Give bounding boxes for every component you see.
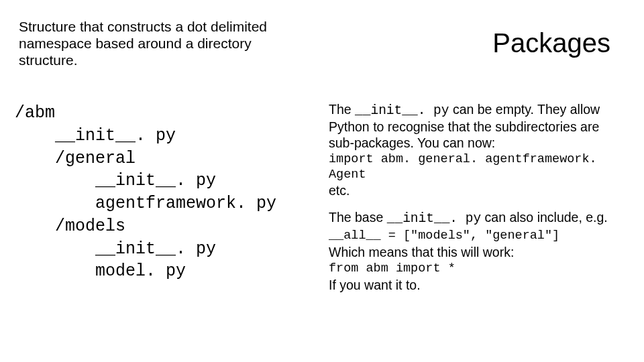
slide: Structure that constructs a dot delimite… <box>0 0 644 362</box>
paragraph-4: If you want it to. <box>329 278 624 294</box>
text: The base <box>329 210 387 225</box>
etc-text: etc. <box>329 183 624 199</box>
text: can also include, e.g. <box>481 210 608 225</box>
paragraph-2: The base __init__. py can also include, … <box>329 210 624 227</box>
subtitle: Structure that constructs a dot delimite… <box>19 19 314 68</box>
explanation-block: The __init__. py can be empty. They allo… <box>329 102 624 295</box>
directory-tree: /abm __init__. py /general __init__. py … <box>15 102 276 283</box>
code-inline: __init__. py <box>387 211 481 226</box>
paragraph-3: Which means that this will work: <box>329 245 624 261</box>
text: The <box>329 102 355 117</box>
slide-title: Packages <box>492 28 610 58</box>
paragraph-1: The __init__. py can be empty. They allo… <box>329 102 624 151</box>
code-all: __all__ = ["models", "general"] <box>329 229 624 244</box>
code-from: from abm import * <box>329 261 624 277</box>
code-inline: __init__. py <box>355 103 449 118</box>
code-import: import abm. general. agentframework. Age… <box>329 152 624 182</box>
